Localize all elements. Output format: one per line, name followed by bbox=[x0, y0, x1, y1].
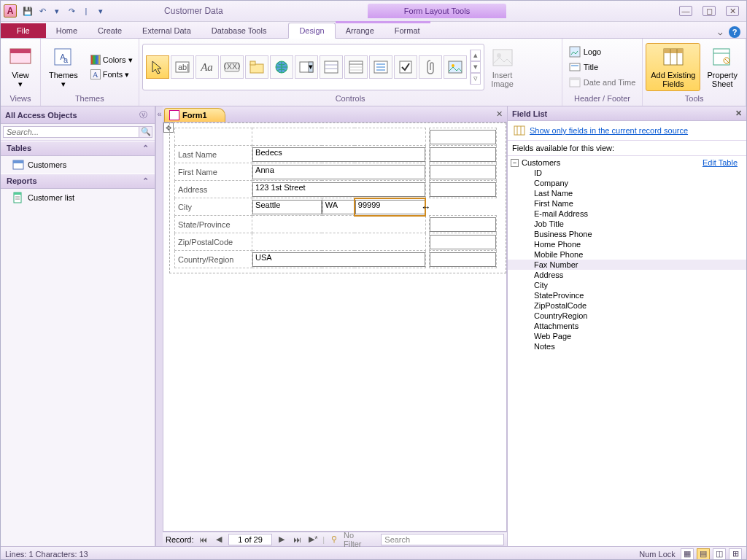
checkbox-tool-icon[interactable] bbox=[394, 55, 417, 79]
select-tool-icon[interactable] bbox=[146, 55, 169, 79]
record-search-input[interactable]: Search bbox=[381, 534, 504, 545]
qat-customize[interactable]: ▾ bbox=[94, 4, 107, 18]
collapse-icon[interactable]: − bbox=[511, 159, 519, 167]
filter-icon[interactable]: ⚲ bbox=[328, 534, 341, 545]
next-record-button[interactable]: ▶ bbox=[275, 534, 288, 545]
controls-gallery[interactable]: ab| Aa XXXX ▾ ▴▾▿ bbox=[142, 44, 484, 90]
tab-external-data[interactable]: External Data bbox=[132, 23, 201, 38]
tab-control-icon[interactable] bbox=[245, 55, 268, 79]
form-field-blank[interactable] bbox=[430, 163, 497, 181]
add-existing-fields-button[interactable]: Add Existing Fields bbox=[646, 43, 700, 91]
form-field-address[interactable]: 123 1st Street bbox=[252, 181, 426, 198]
design-view-shortcut[interactable]: ◫ bbox=[713, 548, 726, 560]
form-label[interactable]: First Name bbox=[175, 163, 252, 181]
undo-icon[interactable]: ↶ bbox=[36, 4, 49, 18]
form-label[interactable]: State/Province bbox=[175, 216, 252, 233]
field-list-item[interactable]: Mobile Phone bbox=[508, 249, 746, 260]
close-pane-icon[interactable]: ✕ bbox=[735, 109, 742, 118]
gallery-scroll[interactable]: ▴▾▿ bbox=[470, 50, 481, 85]
hyperlink-tool-icon[interactable] bbox=[270, 55, 293, 79]
view-button[interactable]: View▾ bbox=[4, 43, 37, 91]
field-list-item[interactable]: CountryRegion bbox=[508, 311, 746, 321]
nav-menu-icon[interactable]: ⓥ bbox=[139, 109, 147, 120]
form-view-shortcut[interactable]: ▦ bbox=[681, 548, 694, 560]
form-field-blank[interactable] bbox=[430, 233, 497, 251]
undo-dd[interactable]: ▾ bbox=[50, 4, 63, 18]
field-list-item[interactable]: Business Phone bbox=[508, 229, 746, 239]
date-time-button[interactable]: Date and Time bbox=[567, 76, 638, 89]
button-tool-icon[interactable]: XXXX bbox=[220, 55, 244, 79]
field-list-item[interactable]: Job Title bbox=[508, 219, 746, 229]
line-tool-icon[interactable] bbox=[369, 55, 392, 79]
show-only-fields-link[interactable]: Show only fields in the current record s… bbox=[508, 121, 746, 141]
form-canvas[interactable]: ✥ Last Name Bedecs bbox=[163, 122, 507, 532]
attachment-tool-icon[interactable] bbox=[419, 55, 442, 79]
first-record-button[interactable]: ⏮ bbox=[197, 534, 210, 545]
field-list-item[interactable]: ZipPostalCode bbox=[508, 300, 746, 311]
field-list-item[interactable]: ID bbox=[508, 168, 746, 178]
nav-section-reports[interactable]: Reports⌃ bbox=[1, 174, 155, 189]
field-list-item[interactable]: City bbox=[508, 280, 746, 290]
insert-image-button[interactable]: Insert Image bbox=[486, 43, 519, 91]
tab-design[interactable]: Design bbox=[288, 23, 335, 39]
subform-tool-icon[interactable] bbox=[344, 55, 368, 79]
fonts-button[interactable]: A Fonts ▾ bbox=[88, 68, 136, 81]
field-list-item[interactable]: Company bbox=[508, 178, 746, 188]
tab-format[interactable]: Format bbox=[384, 21, 430, 38]
nav-item-customers[interactable]: Customers bbox=[1, 156, 155, 174]
tab-arrange[interactable]: Arrange bbox=[336, 21, 384, 38]
form-field-blank[interactable] bbox=[430, 251, 497, 268]
form-field-zip-selected[interactable]: 99999 ↔ bbox=[355, 198, 425, 216]
prev-record-button[interactable]: ◀ bbox=[212, 534, 225, 545]
restore-button[interactable]: ◻ bbox=[703, 6, 716, 16]
record-position[interactable]: 1 of 29 bbox=[228, 534, 272, 545]
help-icon[interactable]: ? bbox=[729, 26, 740, 38]
field-list-item[interactable]: StateProvince bbox=[508, 290, 746, 300]
tab-database-tools[interactable]: Database Tools bbox=[201, 23, 277, 38]
nav-header[interactable]: All Access Objects ⓥ bbox=[1, 106, 155, 124]
last-record-button[interactable]: ⏭ bbox=[291, 534, 304, 545]
title-button[interactable]: Title bbox=[567, 61, 638, 74]
combobox-tool-icon[interactable]: ▾ bbox=[295, 55, 318, 79]
layout-view-shortcut[interactable]: ▤ bbox=[697, 548, 710, 560]
form-label[interactable] bbox=[175, 128, 252, 146]
form-field-blank[interactable] bbox=[430, 216, 497, 233]
property-sheet-button[interactable]: Property Sheet bbox=[702, 43, 743, 91]
form-field-state[interactable]: WA bbox=[322, 198, 355, 216]
form-field-city[interactable]: Seattle bbox=[252, 198, 322, 216]
form-label[interactable]: Zip/PostalCode bbox=[175, 233, 252, 251]
resize-handle-icon[interactable]: ↔ bbox=[421, 201, 431, 213]
file-tab[interactable]: File bbox=[1, 23, 46, 38]
save-icon[interactable]: 💾 bbox=[21, 4, 34, 18]
more-views-shortcut[interactable]: ⊞ bbox=[729, 548, 742, 560]
listbox-tool-icon[interactable] bbox=[320, 55, 343, 79]
form-label[interactable]: Last Name bbox=[175, 146, 252, 163]
redo-icon[interactable]: ↷ bbox=[65, 4, 78, 18]
minimize-ribbon-icon[interactable]: ⌵ bbox=[718, 28, 723, 37]
nav-collapse-button[interactable]: « bbox=[155, 106, 163, 546]
field-list-item[interactable]: Address bbox=[508, 270, 746, 280]
form-label[interactable]: Address bbox=[175, 181, 252, 198]
form-label[interactable]: City bbox=[175, 198, 252, 216]
tab-create[interactable]: Create bbox=[88, 23, 132, 38]
search-icon[interactable]: 🔍 bbox=[139, 126, 152, 138]
form-field-blank[interactable] bbox=[430, 128, 497, 146]
themes-button[interactable]: Aa Themes▾ bbox=[44, 43, 83, 91]
field-list-item[interactable]: Last Name bbox=[508, 188, 746, 198]
form-field-blank[interactable] bbox=[430, 146, 497, 163]
doc-tab-form1[interactable]: Form1 bbox=[164, 108, 225, 122]
logo-button[interactable]: Logo bbox=[567, 45, 638, 58]
search-input[interactable] bbox=[3, 126, 139, 138]
form-label[interactable]: Country/Region bbox=[175, 251, 252, 268]
field-list-item[interactable]: Fax Number bbox=[508, 260, 746, 270]
field-list-table-row[interactable]: − Customers Edit Table bbox=[508, 158, 746, 168]
close-button[interactable]: ✕ bbox=[726, 6, 739, 16]
field-list-item[interactable]: Notes bbox=[508, 341, 746, 351]
new-record-button[interactable]: ▶* bbox=[307, 534, 320, 545]
label-tool-icon[interactable]: Aa bbox=[196, 55, 219, 79]
minimize-button[interactable]: — bbox=[679, 6, 692, 16]
field-list-header[interactable]: Field List ✕ bbox=[508, 106, 746, 121]
doc-tab-close-icon[interactable]: ✕ bbox=[496, 109, 503, 119]
form-field-lastname[interactable]: Bedecs bbox=[252, 146, 426, 163]
textbox-tool-icon[interactable]: ab| bbox=[171, 55, 194, 79]
